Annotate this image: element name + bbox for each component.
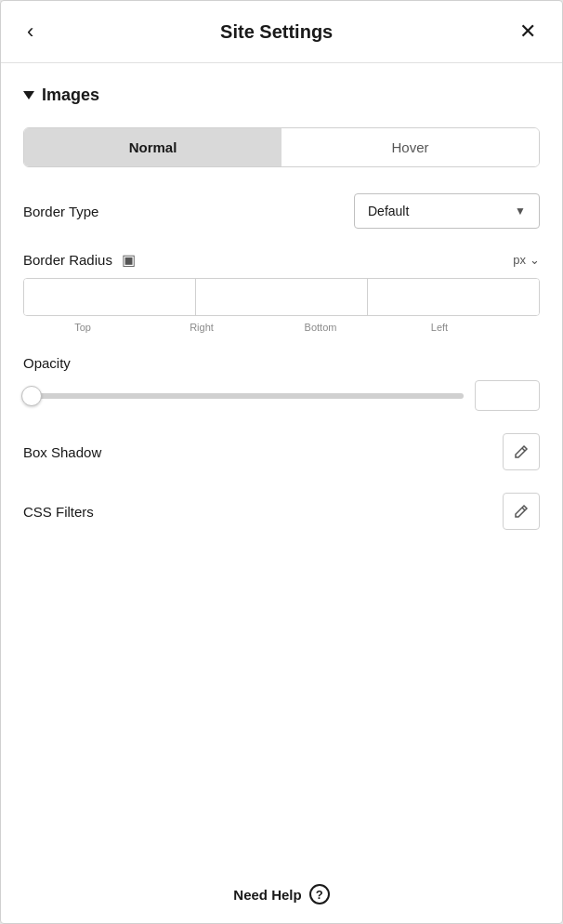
border-type-dropdown[interactable]: Default ▼ — [354, 193, 540, 229]
content-area: Images Normal Hover Border Type Default … — [1, 63, 562, 865]
unit-chevron-icon: ⌄ — [530, 253, 540, 267]
section-title: Images — [42, 86, 99, 105]
tab-hover[interactable]: Hover — [282, 128, 539, 166]
border-radius-section: Border Radius ▣ px ⌄ 🔗 Top Right Bottom — [23, 251, 540, 333]
border-radius-header: Border Radius ▣ px ⌄ — [23, 251, 540, 269]
border-radius-label-group: Border Radius ▣ — [23, 251, 136, 269]
header: ‹ Site Settings ✕ — [1, 1, 562, 63]
opacity-slider-track — [23, 393, 464, 399]
border-radius-top-input[interactable] — [24, 279, 196, 315]
css-filters-label: CSS Filters — [23, 504, 94, 520]
opacity-section: Opacity — [23, 355, 540, 411]
opacity-label: Opacity — [23, 355, 540, 371]
section-heading: Images — [23, 86, 540, 105]
label-link-spacer — [499, 322, 540, 333]
css-filters-edit-button[interactable] — [503, 493, 540, 530]
unit-value: px — [513, 253, 526, 267]
panel-title: Site Settings — [220, 21, 333, 43]
unit-selector[interactable]: px ⌄ — [513, 253, 540, 267]
pencil-icon — [514, 444, 529, 459]
box-shadow-edit-button[interactable] — [503, 433, 540, 470]
border-type-value: Default — [368, 204, 409, 218]
footer: Need Help ? — [1, 865, 562, 923]
pencil-icon-2 — [514, 504, 529, 519]
opacity-slider-container — [23, 393, 464, 399]
label-left: Left — [380, 322, 499, 333]
box-shadow-row: Box Shadow — [23, 433, 540, 470]
box-shadow-label: Box Shadow — [23, 444, 101, 460]
label-top: Top — [23, 322, 142, 333]
back-button[interactable]: ‹ — [23, 18, 37, 46]
border-type-label: Border Type — [23, 204, 98, 219]
opacity-value-input[interactable] — [475, 380, 540, 411]
border-radius-field-labels: Top Right Bottom Left — [23, 322, 540, 333]
help-icon: ? — [309, 884, 330, 904]
tab-normal[interactable]: Normal — [24, 128, 282, 166]
collapse-icon[interactable] — [23, 91, 34, 99]
label-bottom: Bottom — [261, 322, 380, 333]
border-radius-label: Border Radius — [23, 252, 112, 268]
border-type-row: Border Type Default ▼ — [23, 193, 540, 229]
slider-thumb — [21, 386, 42, 406]
dropdown-arrow-icon: ▼ — [515, 205, 526, 218]
state-tab-group: Normal Hover — [23, 127, 540, 167]
border-radius-bottom-input[interactable] — [368, 279, 540, 315]
opacity-control — [23, 380, 540, 411]
css-filters-row: CSS Filters — [23, 493, 540, 530]
close-button[interactable]: ✕ — [516, 18, 540, 46]
need-help-label: Need Help — [233, 887, 301, 903]
label-right: Right — [142, 322, 261, 333]
site-settings-panel: ‹ Site Settings ✕ Images Normal Hover Bo… — [0, 0, 563, 924]
monitor-icon[interactable]: ▣ — [122, 251, 136, 269]
border-radius-inputs: 🔗 — [23, 278, 540, 316]
border-radius-right-input[interactable] — [196, 279, 368, 315]
need-help-link[interactable]: Need Help ? — [233, 884, 329, 904]
